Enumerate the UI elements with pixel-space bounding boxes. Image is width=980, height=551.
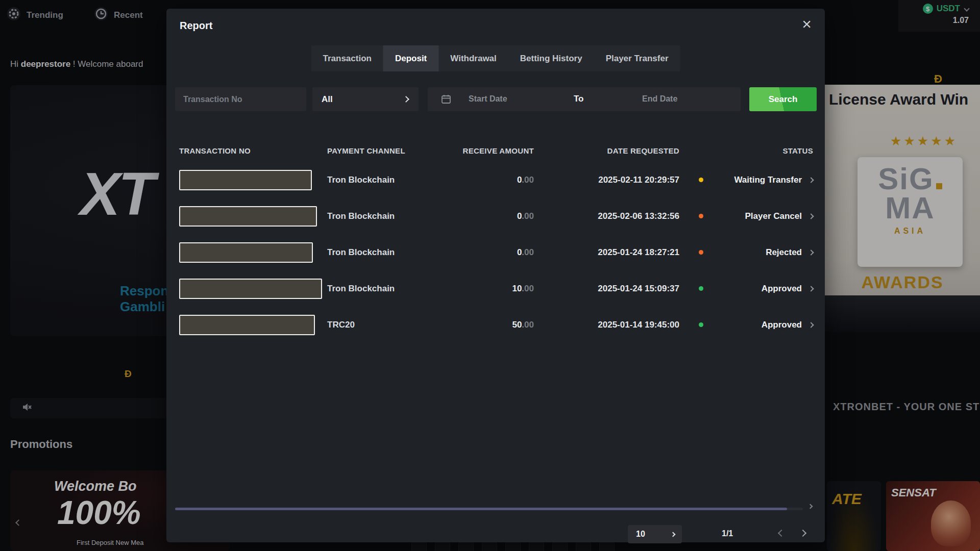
receive-amount-cell: 0.00	[442, 247, 534, 258]
transaction-no-redacted	[179, 242, 313, 263]
chevron-right-icon	[403, 96, 409, 103]
payment-channel-cell: Tron Blockchain	[327, 175, 442, 185]
date-requested-cell: 2025-01-14 19:45:00	[534, 320, 679, 330]
status-label: Waiting Transfer	[703, 175, 802, 185]
report-modal: Report × Transaction Deposit Withdrawal …	[166, 9, 825, 542]
row-chevron-icon[interactable]	[808, 177, 814, 183]
search-button[interactable]: Search	[749, 87, 817, 111]
page-indicator: 1/1	[722, 529, 733, 538]
status-dot	[699, 214, 703, 218]
transaction-no-redacted	[179, 315, 315, 335]
date-requested-cell: 2025-02-06 13:32:56	[534, 211, 679, 221]
payment-channel-cell: TRC20	[327, 320, 442, 330]
report-tabs: Transaction Deposit Withdrawal Betting H…	[311, 45, 680, 71]
channel-filter-value: All	[322, 94, 404, 105]
horizontal-scrollbar[interactable]	[175, 508, 803, 510]
start-date-field[interactable]: Start Date	[469, 94, 507, 104]
receive-amount-cell: 0.00	[442, 175, 534, 185]
channel-filter-dropdown[interactable]: All	[312, 87, 419, 111]
scrollbar-thumb[interactable]	[175, 508, 787, 510]
date-requested-cell: 2025-02-11 20:29:57	[534, 175, 679, 185]
col-status: STATUS	[679, 146, 813, 155]
transaction-no-redacted	[179, 279, 322, 299]
status-label: Player Cancel	[703, 211, 802, 221]
tab-player-transfer[interactable]: Player Transfer	[594, 45, 680, 71]
filter-row: All Start Date To End Date Search	[166, 87, 825, 111]
table-row[interactable]: Tron Blockchain 10.00 2025-01-24 15:09:3…	[166, 270, 825, 307]
payment-channel-cell: Tron Blockchain	[327, 211, 442, 221]
pagination-bar: 10 1/1	[166, 525, 825, 543]
receive-amount-cell: 10.00	[442, 284, 534, 294]
payment-channel-cell: Tron Blockchain	[327, 284, 442, 294]
status-dot	[699, 286, 703, 291]
table-row[interactable]: Tron Blockchain 0.00 2025-02-06 13:32:56…	[166, 198, 825, 234]
status-label: Approved	[703, 320, 802, 330]
chevron-right-icon	[671, 532, 676, 537]
table-header: TRANSACTION NO PAYMENT CHANNEL RECEIVE A…	[166, 142, 825, 159]
prev-page-icon[interactable]	[778, 530, 785, 537]
page-size-dropdown[interactable]: 10	[628, 525, 682, 543]
status-dot	[699, 322, 703, 327]
col-transaction-no: TRANSACTION NO	[179, 146, 327, 155]
tab-betting-history[interactable]: Betting History	[508, 45, 594, 71]
status-label: Rejected	[703, 247, 802, 258]
table-row[interactable]: TRC20 50.00 2025-01-14 19:45:00 Approved	[166, 307, 825, 343]
payment-channel-cell: Tron Blockchain	[327, 247, 442, 258]
table-row[interactable]: Tron Blockchain 0.00 2025-02-11 20:29:57…	[166, 162, 825, 198]
page-size-value: 10	[636, 530, 671, 539]
status-dot	[699, 178, 703, 182]
end-date-field[interactable]: End Date	[642, 94, 677, 104]
tab-withdrawal[interactable]: Withdrawal	[438, 45, 508, 71]
col-payment-channel: PAYMENT CHANNEL	[327, 146, 442, 155]
date-requested-cell: 2025-01-24 15:09:37	[534, 284, 679, 294]
table-body: Tron Blockchain 0.00 2025-02-11 20:29:57…	[166, 162, 825, 343]
next-page-icon[interactable]	[799, 530, 806, 537]
tab-deposit[interactable]: Deposit	[383, 45, 438, 71]
date-range-picker[interactable]: Start Date To End Date	[428, 87, 741, 111]
tab-transaction[interactable]: Transaction	[311, 45, 383, 71]
modal-title: Report	[180, 20, 212, 32]
transaction-no-redacted	[179, 206, 317, 227]
col-receive-amount: RECEIVE AMOUNT	[442, 146, 534, 155]
row-chevron-icon[interactable]	[808, 322, 814, 328]
calendar-icon	[441, 94, 451, 106]
scroll-right-icon[interactable]	[808, 504, 813, 509]
receive-amount-cell: 0.00	[442, 211, 534, 221]
receive-amount-cell: 50.00	[442, 320, 534, 330]
date-range-to-label: To	[574, 94, 584, 104]
col-date-requested: DATE REQUESTED	[534, 146, 679, 155]
status-dot	[699, 250, 703, 255]
row-chevron-icon[interactable]	[808, 213, 814, 219]
transaction-no-input[interactable]	[175, 87, 306, 111]
status-label: Approved	[703, 284, 802, 294]
row-chevron-icon[interactable]	[808, 249, 814, 255]
table-row[interactable]: Tron Blockchain 0.00 2025-01-24 18:27:21…	[166, 234, 825, 270]
close-icon[interactable]: ×	[799, 13, 815, 35]
transaction-no-redacted	[179, 170, 312, 190]
row-chevron-icon[interactable]	[808, 286, 814, 291]
date-requested-cell: 2025-01-24 18:27:21	[534, 247, 679, 258]
